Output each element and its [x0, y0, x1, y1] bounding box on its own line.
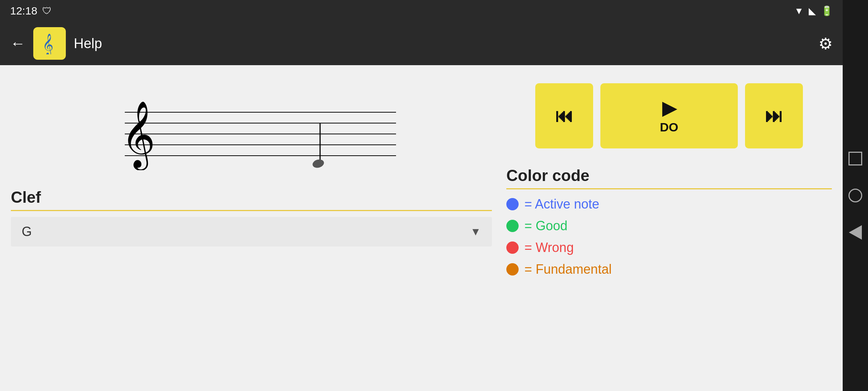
back-nav-icon — [849, 225, 862, 240]
active-note-dot — [506, 198, 519, 210]
clef-divider — [11, 210, 492, 211]
color-code-title: Color code — [506, 167, 832, 185]
play-button[interactable]: ▶ DO — [600, 83, 738, 148]
chevron-down-icon: ▼ — [470, 226, 481, 238]
right-panel: ⏮ ▶ DO ⏭ Color code = Active n — [506, 76, 832, 380]
play-label: DO — [660, 120, 678, 134]
main-content: 𝄞 Clef G ▼ — [0, 65, 843, 391]
svg-text:𝄞: 𝄞 — [42, 34, 54, 54]
home-icon — [848, 189, 862, 202]
left-panel: 𝄞 Clef G ▼ — [11, 76, 492, 380]
clef-section: Clef G ▼ — [11, 188, 492, 247]
active-note-label: = Active note — [524, 197, 599, 212]
wrong-dot — [506, 241, 519, 254]
signal-icon: ◣ — [809, 5, 816, 17]
app-icon: 𝄞 — [33, 27, 66, 60]
color-code-section: Color code = Active note = Good — [506, 167, 832, 277]
next-button[interactable]: ⏭ — [745, 83, 803, 148]
good-label: = Good — [524, 218, 567, 234]
status-time: 12:18 — [10, 5, 37, 17]
settings-icon[interactable]: ⚙ — [818, 34, 833, 53]
status-right: ▼ ◣ 🔋 — [794, 5, 833, 17]
svg-text:𝄞: 𝄞 — [121, 102, 156, 170]
wrong-label: = Wrong — [524, 240, 574, 255]
recent-apps-icon — [848, 152, 862, 165]
status-bar: 12:18 🛡 ▼ ◣ 🔋 — [0, 0, 843, 22]
android-sidebar — [843, 0, 868, 391]
play-icon: ▶ — [662, 98, 676, 119]
clef-section-title: Clef — [11, 188, 492, 206]
music-staff: 𝄞 — [89, 83, 414, 170]
home-button[interactable] — [848, 188, 863, 203]
phone-area: 12:18 🛡 ▼ ◣ 🔋 ← 𝄞 Help ⚙ — [0, 0, 843, 391]
clef-value: G — [22, 224, 32, 239]
status-left: 12:18 🛡 — [10, 5, 52, 17]
clef-dropdown[interactable]: G ▼ — [11, 217, 492, 247]
color-items-list: = Active note = Good = Wrong — [506, 193, 832, 277]
app-bar: ← 𝄞 Help ⚙ — [0, 22, 843, 65]
staff-container: 𝄞 — [11, 76, 492, 177]
color-item-good: = Good — [506, 218, 832, 234]
back-button[interactable]: ← — [10, 35, 25, 52]
treble-clef-icon: 𝄞 — [39, 33, 60, 54]
color-code-divider — [506, 188, 832, 189]
color-item-fundamental: = Fundamental — [506, 262, 832, 277]
color-item-active: = Active note — [506, 197, 832, 212]
page-title: Help — [74, 36, 810, 51]
wifi-icon: ▼ — [794, 5, 804, 17]
recent-apps-button[interactable] — [848, 151, 863, 166]
good-dot — [506, 220, 519, 232]
playback-controls: ⏮ ▶ DO ⏭ — [506, 76, 832, 156]
shield-icon: 🛡 — [42, 5, 52, 17]
battery-icon: 🔋 — [821, 5, 833, 17]
prev-button[interactable]: ⏮ — [535, 83, 593, 148]
svg-point-8 — [312, 158, 325, 169]
skip-forward-icon: ⏭ — [765, 105, 783, 126]
fundamental-dot — [506, 263, 519, 276]
color-item-wrong: = Wrong — [506, 240, 832, 255]
back-nav-button[interactable] — [848, 225, 863, 240]
fundamental-label: = Fundamental — [524, 262, 612, 277]
skip-back-icon: ⏮ — [555, 105, 573, 126]
